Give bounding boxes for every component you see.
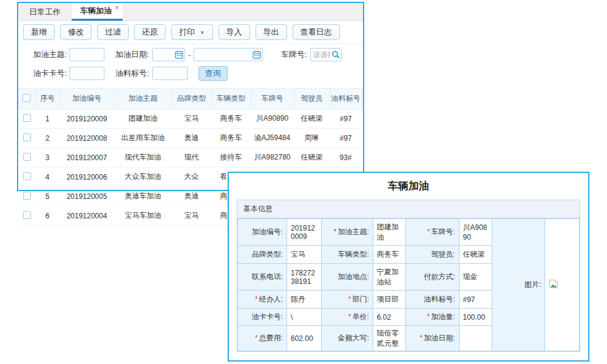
tab-vehicle-refuel-label: 车辆加油: [80, 5, 112, 16]
edit-button[interactable]: 修改: [60, 24, 92, 40]
cell-grade: 93#: [330, 148, 362, 167]
cell-plate-link[interactable]: 川A90890: [251, 109, 294, 129]
cell-brand: 宝马: [172, 109, 211, 129]
restore-button[interactable]: 还原: [134, 24, 166, 40]
dialog-title: 车辆加油: [237, 179, 580, 193]
cell-driver-link[interactable]: 任晓渠: [294, 148, 330, 167]
field-label: *加油日期:: [406, 326, 459, 351]
add-button[interactable]: 新增: [23, 24, 55, 40]
required-asterisk: *: [255, 334, 258, 342]
date-range-separator: -: [188, 50, 191, 59]
field-label: 付款方式:: [406, 264, 459, 291]
col-header-driver: 驾驶员: [294, 89, 330, 109]
cell-topic-link[interactable]: 团建加油: [114, 109, 172, 129]
cell-code-link[interactable]: 2019120008: [59, 129, 114, 148]
cell-code-link[interactable]: 2019120006: [59, 167, 114, 187]
cell-topic-link[interactable]: 出差用车加油: [114, 129, 172, 148]
cell-brand: 奥迪: [172, 187, 211, 206]
filter-button[interactable]: 过滤: [97, 24, 129, 40]
field-value: 6.02: [373, 309, 406, 326]
table-row: 1 2019120009 团建加油 宝马 商务车 川A90890 任晓渠 #97: [18, 109, 362, 129]
field-value: 团建加油: [373, 219, 406, 246]
grade-input[interactable]: [152, 67, 188, 80]
calendar-icon[interactable]: [175, 50, 183, 59]
toolbar: 新增 修改 过滤 还原 打印 ▼ 导入 导出 查看日志: [18, 21, 363, 44]
view-log-button[interactable]: 查看日志: [293, 24, 340, 40]
fuel-card-input[interactable]: [69, 67, 104, 80]
search-icon[interactable]: [331, 50, 340, 59]
row-checkbox[interactable]: [23, 211, 31, 219]
field-value: \: [287, 309, 322, 326]
cell-vtype: 商务车: [211, 109, 251, 129]
cell-code-link[interactable]: 2019120004: [59, 206, 114, 226]
refuel-detail-dialog: 车辆加油 基本信息 加油编号: 2019120009 *加油主题: 团建加油 *…: [228, 172, 589, 362]
tab-vehicle-refuel[interactable]: 车辆加油 ×: [72, 3, 123, 21]
select-all-checkbox[interactable]: [22, 94, 30, 102]
col-header-no: 序号: [35, 89, 59, 109]
chevron-down-icon: ▼: [200, 30, 205, 36]
export-button[interactable]: 导出: [256, 24, 287, 40]
field-label: *加油量:: [406, 309, 459, 326]
image-cell: [545, 219, 580, 351]
required-asterisk: *: [427, 312, 430, 321]
query-button[interactable]: 查询: [198, 66, 228, 81]
required-asterisk: *: [334, 228, 337, 236]
cell-no: 6: [35, 206, 59, 226]
field-value: #97: [459, 291, 492, 309]
field-label: 品牌类型:: [238, 246, 287, 264]
cell-code-link[interactable]: 2019120005: [59, 187, 114, 206]
cell-topic-link[interactable]: 大众车加油: [114, 167, 172, 187]
cell-vtype: 接待车: [211, 148, 251, 167]
row-checkbox[interactable]: [23, 172, 31, 180]
cell-topic-link[interactable]: 奥迪车加油: [114, 187, 172, 206]
calendar-icon[interactable]: [253, 50, 261, 59]
cell-code-link[interactable]: 2019120007: [59, 148, 114, 167]
field-label: 车辆类型:: [321, 246, 373, 264]
field-value: 17827238191: [287, 264, 322, 291]
cell-no: 1: [35, 109, 59, 129]
field-label: 驾驶员:: [406, 246, 459, 264]
cell-no: 4: [35, 167, 59, 187]
required-asterisk: *: [427, 228, 430, 236]
cell-driver-link[interactable]: 任晓渠: [294, 109, 330, 129]
table-header-row: 序号 加油编号 加油主题 品牌类型 车辆类型 车牌号 驾驶员 油料标号: [18, 89, 362, 109]
topic-input[interactable]: [69, 48, 104, 61]
required-asterisk: *: [419, 334, 422, 342]
field-value: 宁夏加油站: [373, 264, 406, 291]
row-checkbox[interactable]: [23, 133, 31, 141]
required-asterisk: *: [348, 295, 351, 303]
row-checkbox[interactable]: [23, 114, 31, 122]
print-button-label: 打印: [179, 27, 195, 36]
cell-code-link[interactable]: 2019120009: [59, 109, 114, 129]
field-value: 宝马: [287, 246, 322, 264]
cell-driver-link[interactable]: 周琳: [294, 129, 330, 148]
col-header-topic: 加油主题: [114, 89, 172, 109]
field-value: 商务车: [373, 246, 406, 264]
print-button[interactable]: 打印 ▼: [171, 24, 213, 40]
cell-brand: 奥迪: [172, 129, 211, 148]
search-panel: 加油主题: 加油日期: - 车牌号: 油卡卡号: 油料标号: 查询: [18, 44, 363, 87]
topic-label: 加油主题:: [23, 49, 67, 60]
table-row: 2 2019120008 出差用车加油 奥迪 商务车 渝AJ59484 周琳 #…: [18, 129, 362, 148]
import-button[interactable]: 导入: [219, 24, 250, 40]
field-value: 川A90890: [459, 219, 492, 246]
col-header-vtype: 车辆类型: [211, 89, 251, 109]
grade-label: 油料标号:: [115, 68, 149, 79]
fuel-card-label: 油卡卡号:: [23, 68, 67, 79]
cell-plate-link[interactable]: 渝AJ59484: [251, 129, 294, 148]
row-checkbox[interactable]: [23, 192, 31, 200]
field-value: 陆佰零贰元整: [373, 326, 406, 351]
vehicle-refuel-window: 日常工作 车辆加油 × 新增 修改 过滤 还原 打印 ▼ 导入 导出 查看日志 …: [17, 2, 364, 191]
cell-topic-link[interactable]: 宝马车加油: [114, 206, 172, 226]
tab-daily-work[interactable]: 日常工作: [18, 3, 72, 21]
field-label: *经办人:: [238, 291, 287, 309]
cell-no: 3: [35, 148, 59, 167]
cell-topic-link[interactable]: 现代车加油: [114, 148, 172, 167]
cell-grade: #97: [330, 129, 362, 148]
col-header-grade: 油料标号: [330, 89, 362, 109]
close-icon[interactable]: ×: [115, 4, 119, 12]
cell-no: 5: [35, 187, 59, 206]
table-row: 3 2019120007 现代车加油 现代 接待车 川A982780 任晓渠 9…: [18, 148, 362, 167]
row-checkbox[interactable]: [23, 153, 31, 161]
cell-plate-link[interactable]: 川A982780: [251, 148, 294, 167]
